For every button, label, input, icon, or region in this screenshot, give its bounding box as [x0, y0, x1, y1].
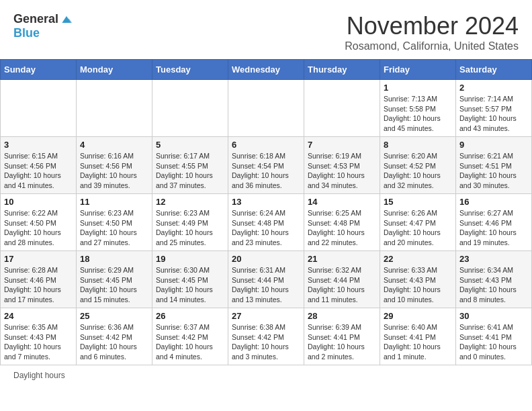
calendar-cell: 1Sunrise: 7:13 AMSunset: 5:58 PMDaylight…: [380, 80, 456, 137]
calendar-cell: 17Sunrise: 6:28 AMSunset: 4:46 PMDayligh…: [1, 251, 77, 308]
calendar-cell: 25Sunrise: 6:36 AMSunset: 4:42 PMDayligh…: [77, 308, 152, 365]
calendar-cell: 4Sunrise: 6:16 AMSunset: 4:56 PMDaylight…: [77, 137, 152, 194]
calendar-header-wednesday: Wednesday: [228, 60, 304, 80]
day-info: Sunrise: 6:17 AMSunset: 4:55 PMDaylight:…: [156, 151, 224, 191]
calendar-header-monday: Monday: [77, 60, 152, 80]
day-number: 29: [384, 311, 452, 321]
day-number: 22: [384, 254, 452, 264]
day-number: 3: [4, 140, 73, 150]
calendar-cell: 18Sunrise: 6:29 AMSunset: 4:45 PMDayligh…: [77, 251, 152, 308]
calendar-cell: [1, 80, 77, 137]
page-header: General Blue November 2024 Rosamond, Cal…: [0, 0, 532, 59]
calendar-cell: 19Sunrise: 6:30 AMSunset: 4:45 PMDayligh…: [152, 251, 228, 308]
calendar-cell: 24Sunrise: 6:35 AMSunset: 4:43 PMDayligh…: [1, 308, 77, 365]
day-number: 21: [308, 254, 376, 264]
day-number: 11: [80, 197, 148, 207]
day-number: 7: [308, 140, 376, 150]
day-info: Sunrise: 6:19 AMSunset: 4:53 PMDaylight:…: [308, 151, 376, 191]
calendar-header-row: SundayMondayTuesdayWednesdayThursdayFrid…: [1, 60, 532, 80]
day-info: Sunrise: 6:36 AMSunset: 4:42 PMDaylight:…: [80, 322, 148, 362]
day-number: 5: [156, 140, 224, 150]
calendar-header-friday: Friday: [380, 60, 456, 80]
calendar-cell: 29Sunrise: 6:40 AMSunset: 4:41 PMDayligh…: [380, 308, 456, 365]
day-number: 2: [459, 83, 528, 93]
day-number: 10: [4, 197, 73, 207]
calendar-header-saturday: Saturday: [456, 60, 532, 80]
calendar-header-sunday: Sunday: [1, 60, 77, 80]
logo-general-text: General: [13, 12, 58, 26]
day-number: 26: [156, 311, 224, 321]
day-number: 9: [459, 140, 528, 150]
calendar-cell: 28Sunrise: 6:39 AMSunset: 4:41 PMDayligh…: [304, 308, 380, 365]
day-info: Sunrise: 6:30 AMSunset: 4:45 PMDaylight:…: [156, 265, 224, 305]
logo-icon: [60, 13, 73, 26]
day-number: 1: [384, 83, 452, 93]
day-number: 12: [156, 197, 224, 207]
day-info: Sunrise: 6:25 AMSunset: 4:48 PMDaylight:…: [308, 208, 376, 248]
logo: General Blue: [13, 12, 73, 40]
day-info: Sunrise: 6:18 AMSunset: 4:54 PMDaylight:…: [232, 151, 300, 191]
day-info: Sunrise: 6:28 AMSunset: 4:46 PMDaylight:…: [4, 265, 73, 305]
day-number: 23: [459, 254, 528, 264]
day-info: Sunrise: 6:37 AMSunset: 4:42 PMDaylight:…: [156, 322, 224, 362]
calendar-cell: 15Sunrise: 6:26 AMSunset: 4:47 PMDayligh…: [380, 194, 456, 251]
day-info: Sunrise: 6:23 AMSunset: 4:49 PMDaylight:…: [156, 208, 224, 248]
day-info: Sunrise: 6:31 AMSunset: 4:44 PMDaylight:…: [232, 265, 300, 305]
day-info: Sunrise: 6:16 AMSunset: 4:56 PMDaylight:…: [80, 151, 148, 191]
day-number: 6: [232, 140, 300, 150]
day-number: 24: [4, 311, 73, 321]
day-number: 18: [80, 254, 148, 264]
calendar-cell: [77, 80, 152, 137]
calendar-cell: 10Sunrise: 6:22 AMSunset: 4:50 PMDayligh…: [1, 194, 77, 251]
day-number: 30: [459, 311, 528, 321]
calendar-cell: 9Sunrise: 6:21 AMSunset: 4:51 PMDaylight…: [456, 137, 532, 194]
calendar-cell: 11Sunrise: 6:23 AMSunset: 4:50 PMDayligh…: [77, 194, 152, 251]
footer: Daylight hours: [0, 365, 532, 385]
day-info: Sunrise: 6:20 AMSunset: 4:52 PMDaylight:…: [384, 151, 452, 191]
day-info: Sunrise: 6:41 AMSunset: 4:41 PMDaylight:…: [459, 322, 528, 362]
month-title: November 2024: [345, 12, 519, 40]
calendar-cell: 23Sunrise: 6:34 AMSunset: 4:43 PMDayligh…: [456, 251, 532, 308]
day-number: 27: [232, 311, 300, 321]
day-info: Sunrise: 6:15 AMSunset: 4:56 PMDaylight:…: [4, 151, 73, 191]
calendar-header-thursday: Thursday: [304, 60, 380, 80]
calendar-cell: 2Sunrise: 7:14 AMSunset: 5:57 PMDaylight…: [456, 80, 532, 137]
calendar-cell: 7Sunrise: 6:19 AMSunset: 4:53 PMDaylight…: [304, 137, 380, 194]
calendar-week-row: 10Sunrise: 6:22 AMSunset: 4:50 PMDayligh…: [1, 194, 532, 251]
calendar-cell: [228, 80, 304, 137]
day-number: 28: [308, 311, 376, 321]
calendar-cell: 21Sunrise: 6:32 AMSunset: 4:44 PMDayligh…: [304, 251, 380, 308]
day-info: Sunrise: 6:40 AMSunset: 4:41 PMDaylight:…: [384, 322, 452, 362]
day-info: Sunrise: 6:35 AMSunset: 4:43 PMDaylight:…: [4, 322, 73, 362]
calendar-week-row: 3Sunrise: 6:15 AMSunset: 4:56 PMDaylight…: [1, 137, 532, 194]
day-info: Sunrise: 6:26 AMSunset: 4:47 PMDaylight:…: [384, 208, 452, 248]
day-info: Sunrise: 7:14 AMSunset: 5:57 PMDaylight:…: [459, 94, 528, 134]
day-info: Sunrise: 6:21 AMSunset: 4:51 PMDaylight:…: [459, 151, 528, 191]
day-number: 4: [80, 140, 148, 150]
day-number: 16: [459, 197, 528, 207]
calendar-header-tuesday: Tuesday: [152, 60, 228, 80]
day-info: Sunrise: 6:24 AMSunset: 4:48 PMDaylight:…: [232, 208, 300, 248]
calendar-week-row: 1Sunrise: 7:13 AMSunset: 5:58 PMDaylight…: [1, 80, 532, 137]
calendar-cell: 26Sunrise: 6:37 AMSunset: 4:42 PMDayligh…: [152, 308, 228, 365]
day-number: 20: [232, 254, 300, 264]
day-info: Sunrise: 6:23 AMSunset: 4:50 PMDaylight:…: [80, 208, 148, 248]
day-number: 25: [80, 311, 148, 321]
day-info: Sunrise: 6:32 AMSunset: 4:44 PMDaylight:…: [308, 265, 376, 305]
day-info: Sunrise: 6:34 AMSunset: 4:43 PMDaylight:…: [459, 265, 528, 305]
day-number: 8: [384, 140, 452, 150]
calendar-cell: 6Sunrise: 6:18 AMSunset: 4:54 PMDaylight…: [228, 137, 304, 194]
calendar-table: SundayMondayTuesdayWednesdayThursdayFrid…: [0, 59, 532, 365]
calendar-cell: 30Sunrise: 6:41 AMSunset: 4:41 PMDayligh…: [456, 308, 532, 365]
day-number: 15: [384, 197, 452, 207]
calendar-cell: 3Sunrise: 6:15 AMSunset: 4:56 PMDaylight…: [1, 137, 77, 194]
day-info: Sunrise: 6:22 AMSunset: 4:50 PMDaylight:…: [4, 208, 73, 248]
day-info: Sunrise: 6:29 AMSunset: 4:45 PMDaylight:…: [80, 265, 148, 305]
calendar-cell: 5Sunrise: 6:17 AMSunset: 4:55 PMDaylight…: [152, 137, 228, 194]
calendar-week-row: 24Sunrise: 6:35 AMSunset: 4:43 PMDayligh…: [1, 308, 532, 365]
calendar-cell: 22Sunrise: 6:33 AMSunset: 4:43 PMDayligh…: [380, 251, 456, 308]
day-info: Sunrise: 7:13 AMSunset: 5:58 PMDaylight:…: [384, 94, 452, 134]
day-number: 13: [232, 197, 300, 207]
day-info: Sunrise: 6:33 AMSunset: 4:43 PMDaylight:…: [384, 265, 452, 305]
location: Rosamond, California, United States: [345, 40, 519, 52]
